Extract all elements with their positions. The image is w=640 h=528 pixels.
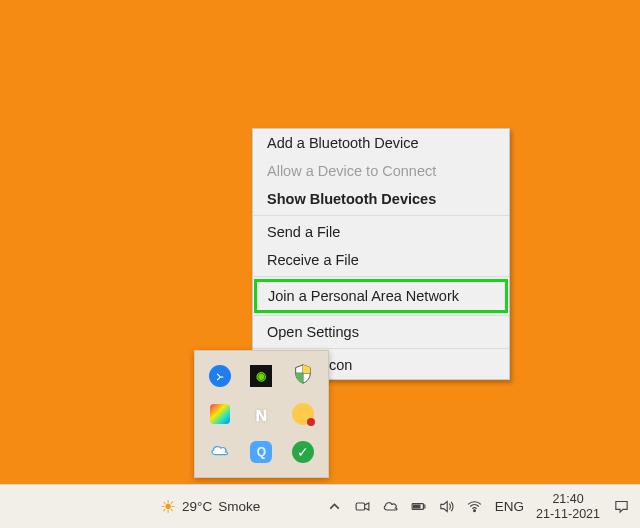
menu-send-file[interactable]: Send a File: [253, 218, 509, 246]
color-picker-icon[interactable]: [207, 401, 233, 427]
svg-rect-2: [424, 505, 425, 508]
svg-rect-3: [414, 505, 420, 508]
clock-date: 21-11-2021: [536, 507, 600, 521]
onedrive-taskbar-icon[interactable]: [380, 485, 402, 529]
tray-chevron-up-icon[interactable]: [324, 485, 346, 529]
menu-separator: [253, 315, 509, 316]
menu-separator: [253, 276, 509, 277]
nvidia-icon[interactable]: ◉: [248, 363, 274, 389]
menu-open-settings[interactable]: Open Settings: [253, 318, 509, 346]
audio-app-icon[interactable]: Q: [248, 439, 274, 465]
weather-temperature: 29°C: [182, 499, 212, 514]
bluetooth-icon[interactable]: ᚛: [207, 363, 233, 389]
menu-allow-device-connect: Allow a Device to Connect: [253, 157, 509, 185]
clock[interactable]: 21:40 21-11-2021: [536, 492, 600, 521]
meet-now-icon[interactable]: [352, 485, 374, 529]
onedrive-icon[interactable]: [207, 439, 233, 465]
security-shield-icon[interactable]: [290, 363, 316, 389]
bluetooth-context-menu: Add a Bluetooth Device Allow a Device to…: [252, 128, 510, 380]
menu-receive-file[interactable]: Receive a File: [253, 246, 509, 274]
ime-indicator[interactable]: ENG: [495, 499, 524, 514]
taskbar: ☀ 29°C Smoke ENG 21:40 21-11-2021: [0, 484, 640, 528]
checkmark-icon[interactable]: ✓: [290, 439, 316, 465]
weather-label: Smoke: [218, 499, 260, 514]
menu-separator: [253, 348, 509, 349]
weather-sun-icon: ☀: [160, 496, 176, 518]
wifi-icon[interactable]: [464, 485, 486, 529]
notion-icon[interactable]: ɴ: [248, 401, 274, 427]
action-center-icon[interactable]: [610, 485, 632, 529]
svg-rect-0: [356, 503, 365, 510]
menu-show-bluetooth-devices[interactable]: Show Bluetooth Devices: [253, 185, 509, 213]
battery-icon[interactable]: [408, 485, 430, 529]
volume-icon[interactable]: [436, 485, 458, 529]
weather-widget[interactable]: ☀ 29°C Smoke: [160, 496, 260, 518]
menu-add-bluetooth-device[interactable]: Add a Bluetooth Device: [253, 129, 509, 157]
lock-icon[interactable]: [290, 401, 316, 427]
svg-point-4: [474, 510, 476, 512]
menu-separator: [253, 215, 509, 216]
system-tray-overflow: ᚛ ◉ ɴ Q ✓: [194, 350, 329, 478]
clock-time: 21:40: [552, 492, 583, 506]
menu-join-personal-area-network[interactable]: Join a Personal Area Network: [254, 279, 508, 313]
